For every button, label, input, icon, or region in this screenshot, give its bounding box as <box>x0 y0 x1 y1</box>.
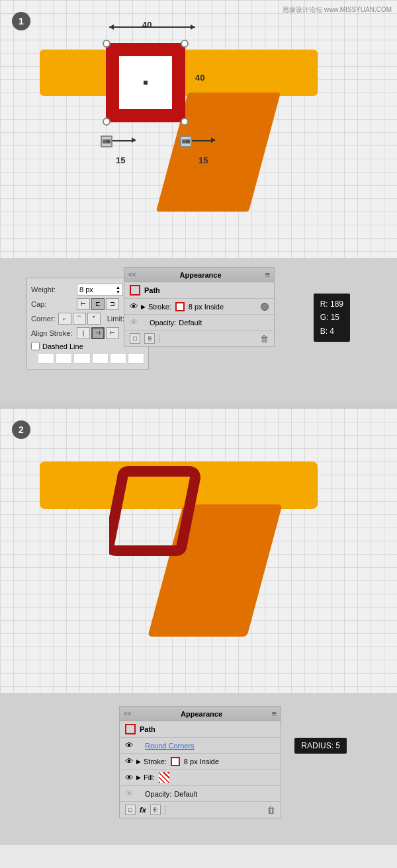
weight-value: 8 px <box>79 286 93 294</box>
handle-right[interactable] <box>180 136 192 147</box>
panel-footer-1: □ ⎘ 🗑 <box>124 331 274 346</box>
new-icon-2[interactable]: □ <box>125 805 136 815</box>
round-corners-row: 👁 Round Corners RADIUS: 5 <box>120 738 281 754</box>
cap-btn-square[interactable]: ⊐ <box>106 298 119 310</box>
path-label-2: Path <box>140 725 155 733</box>
align-btn-inside[interactable]: ⊣ <box>91 327 105 339</box>
round-corners-link[interactable]: Round Corners <box>136 742 195 750</box>
eye-icon-5[interactable]: 👁 <box>125 789 134 799</box>
corner-btn-round[interactable]: ⌒ <box>73 313 86 325</box>
play-icon-1[interactable]: ▶ <box>141 303 146 310</box>
graphic-area-2 <box>40 448 357 647</box>
stroke-row-1: 👁 ▶ Stroke: 8 px Inside R: 189 G: 15 B: … <box>124 299 274 315</box>
dim-15-right: 15 <box>198 155 208 165</box>
duplicate-icon-2[interactable]: ⎘ <box>150 805 161 815</box>
panel-titlebar-1: << Appearance ≡ <box>124 268 274 282</box>
red-diamond-container <box>109 465 195 551</box>
appearance-title-1: Appearance <box>180 271 222 279</box>
appearance-panel-1: << Appearance ≡ Path 👁 ▶ Stroke: 8 px In… <box>124 267 275 347</box>
opacity-row-2: 👁 Opacity: Default <box>120 786 281 802</box>
duplicate-icon-1[interactable]: ⎘ <box>144 333 155 344</box>
section-1: 1 40 40 <box>0 0 397 258</box>
menu-icon-1[interactable]: ≡ <box>265 270 270 280</box>
opacity-row-1: 👁 Opacity: Default <box>124 315 274 331</box>
panel-section-1: Weight: 8 px ▲▼ ▾ Cap: ⊢ ⊏ ⊐ Corner: ⌐ ⌒ <box>0 258 397 403</box>
color-b: B: 4 <box>320 325 343 338</box>
play-icon-2[interactable]: ▶ <box>136 758 141 765</box>
cap-label: Cap: <box>31 300 74 308</box>
appearance-title-2: Appearance <box>181 710 222 718</box>
cap-btn-round[interactable]: ⊏ <box>91 298 105 310</box>
menu-icon-2[interactable]: ≡ <box>271 709 277 719</box>
color-r: R: 189 <box>320 297 343 311</box>
red-diamond-svg <box>109 465 202 557</box>
path-label-1: Path <box>144 286 160 294</box>
eye-icon-4[interactable]: 👁 <box>125 773 134 783</box>
section-2: 2 <box>0 409 397 693</box>
play-icon-3[interactable]: ▶ <box>136 774 141 781</box>
trash-icon-2[interactable]: 🗑 <box>267 805 275 815</box>
panel-footer-2: □ fx ⎘ 🗑 <box>120 802 281 818</box>
fill-hatch-box[interactable] <box>159 772 169 783</box>
stroke-indicator <box>261 303 269 311</box>
opacity-value-1: Default <box>179 319 202 327</box>
panel-section-2: << Appearance ≡ Path 👁 Round Corners RAD… <box>0 693 397 845</box>
red-square <box>106 43 185 122</box>
trash-icon-1[interactable]: 🗑 <box>260 334 269 344</box>
weight-label: Weight: <box>31 286 74 294</box>
stroke-value-2: 8 px Inside <box>184 758 219 766</box>
align-btn-outside[interactable]: ⊢ <box>106 327 119 339</box>
align-btn-center[interactable]: | <box>77 327 90 339</box>
eye-icon-3[interactable]: 👁 <box>125 756 134 766</box>
path-header-row-1: Path <box>124 282 274 299</box>
dashed-checkbox[interactable] <box>31 342 40 350</box>
dashed-label: Dashed Line <box>42 342 83 350</box>
fx-label-2[interactable]: fx <box>140 806 146 814</box>
dim-15-left: 15 <box>116 155 125 165</box>
path-icon-2 <box>125 724 136 734</box>
path-icon-1 <box>130 285 140 296</box>
add-icon-1[interactable]: □ <box>130 333 140 344</box>
limit-label: Limit: <box>107 315 124 323</box>
opacity-value-2: Default <box>174 790 197 798</box>
stroke-text-1: Stroke: <box>148 303 171 311</box>
color-tooltip-1: R: 189 G: 15 B: 4 <box>314 294 350 342</box>
handle-left[interactable] <box>101 136 112 147</box>
stroke-row-2: 👁 ▶ Stroke: 8 px Inside <box>120 754 281 769</box>
eye-icon-1[interactable]: 👁 <box>130 301 138 311</box>
color-g: G: 15 <box>320 311 343 324</box>
path-header-row-2: Path <box>120 721 281 738</box>
stroke-text-2: Stroke: <box>144 758 167 766</box>
panel-titlebar-2: << Appearance ≡ <box>120 707 281 721</box>
corner-btn-miter[interactable]: ⌐ <box>58 313 71 325</box>
align-label: Align Stroke: <box>31 329 74 337</box>
stroke-color-box-2[interactable] <box>171 757 180 766</box>
radius-tooltip: RADIUS: 5 <box>294 738 347 754</box>
collapse-icon-2[interactable]: << <box>124 710 132 717</box>
stroke-color-box-1[interactable] <box>175 302 185 311</box>
dim-40-top: 40 <box>142 20 152 30</box>
watermark: 思缘设计论坛 www.MISSYUAN.COM <box>283 5 392 15</box>
dim-40-side: 40 <box>195 73 204 83</box>
fill-label: Fill: <box>144 773 155 781</box>
opacity-label-2: Opacity: <box>136 790 171 798</box>
stroke-value-1: 8 px Inside <box>189 303 224 311</box>
collapse-icon-1[interactable]: << <box>128 271 136 278</box>
graphic-area-1: 40 40 <box>40 33 357 225</box>
step-badge-1: 1 <box>12 12 30 30</box>
opacity-label-1: Opacity: <box>141 319 176 327</box>
corner-label: Corner: <box>31 315 56 323</box>
fill-row: 👁 ▶ Fill: <box>120 769 281 786</box>
red-square-inner <box>119 56 172 109</box>
eye-icon-2[interactable]: 👁 <box>125 740 134 750</box>
step-badge-2: 2 <box>12 420 30 439</box>
corner-btn-bevel[interactable]: ⌜ <box>87 313 101 325</box>
cap-btn-flat[interactable]: ⊢ <box>77 298 90 310</box>
eye-icon-disabled-1[interactable]: 👁 <box>130 317 138 327</box>
section-divider <box>0 403 397 409</box>
appearance-panel-2: << Appearance ≡ Path 👁 Round Corners RAD… <box>119 706 281 818</box>
